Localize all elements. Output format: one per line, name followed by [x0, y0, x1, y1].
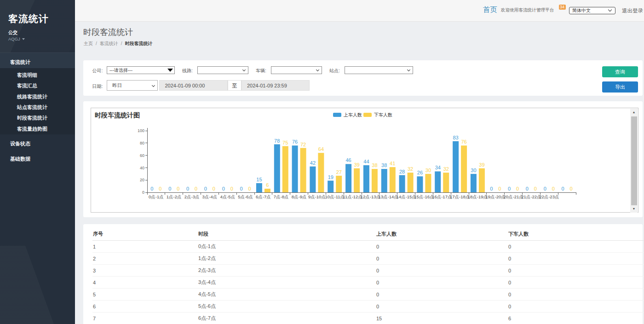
svg-text:34: 34	[435, 165, 441, 170]
svg-text:32: 32	[443, 166, 449, 172]
svg-text:10点-11点: 10点-11点	[325, 194, 345, 199]
svg-text:1点-2点: 1点-2点	[167, 194, 182, 199]
svg-text:0: 0	[508, 186, 511, 191]
svg-text:5点-6点: 5点-6点	[238, 194, 253, 199]
svg-text:83: 83	[453, 135, 458, 140]
svg-text:28: 28	[399, 169, 405, 174]
svg-text:30: 30	[426, 168, 431, 173]
svg-text:26: 26	[417, 170, 423, 175]
svg-text:41: 41	[390, 161, 395, 166]
svg-text:18点-19点: 18点-19点	[468, 194, 488, 199]
svg-text:78: 78	[274, 138, 280, 144]
svg-text:6点-7点: 6点-7点	[256, 194, 271, 199]
svg-text:0: 0	[222, 186, 225, 191]
svg-text:38: 38	[381, 162, 387, 168]
svg-text:0: 0	[562, 186, 564, 191]
svg-text:100: 100	[138, 128, 144, 133]
svg-text:15: 15	[256, 177, 262, 182]
svg-text:40: 40	[140, 166, 144, 170]
svg-text:76: 76	[292, 139, 298, 145]
svg-text:44: 44	[363, 159, 369, 164]
svg-text:0: 0	[186, 186, 189, 191]
svg-text:0: 0	[142, 190, 144, 195]
svg-text:64: 64	[318, 146, 324, 152]
svg-text:46: 46	[345, 157, 351, 163]
svg-text:6: 6	[266, 182, 269, 188]
svg-text:0: 0	[570, 186, 573, 191]
svg-text:0: 0	[240, 186, 243, 191]
svg-text:75: 75	[282, 140, 288, 145]
svg-text:3点-4点: 3点-4点	[202, 194, 218, 199]
svg-text:0: 0	[204, 186, 207, 191]
svg-text:39: 39	[354, 162, 359, 168]
svg-text:0点-1点: 0点-1点	[149, 194, 164, 199]
svg-text:0: 0	[168, 186, 171, 191]
svg-text:0: 0	[150, 186, 153, 191]
svg-text:0: 0	[516, 186, 519, 191]
svg-text:30: 30	[471, 168, 476, 173]
svg-text:0: 0	[544, 186, 546, 191]
svg-text:39: 39	[479, 162, 484, 168]
svg-text:19点-20点: 19点-20点	[486, 194, 506, 199]
svg-text:0: 0	[526, 186, 529, 191]
svg-text:0: 0	[248, 186, 251, 191]
svg-text:27: 27	[336, 169, 342, 175]
svg-text:0: 0	[177, 186, 179, 191]
svg-text:0: 0	[213, 186, 215, 191]
svg-text:0: 0	[159, 186, 161, 191]
svg-text:20: 20	[140, 178, 144, 182]
svg-text:17点-18点: 17点-18点	[450, 194, 470, 199]
svg-text:0: 0	[195, 186, 197, 191]
svg-text:12点-13点: 12点-13点	[361, 194, 380, 199]
svg-text:13点-14点: 13点-14点	[379, 194, 398, 199]
svg-text:0: 0	[230, 186, 233, 191]
svg-text:7点-8点: 7点-8点	[274, 194, 289, 199]
svg-text:19: 19	[328, 174, 334, 180]
svg-text:2点-3点: 2点-3点	[184, 194, 200, 199]
svg-text:32: 32	[408, 166, 413, 172]
svg-text:76: 76	[461, 139, 466, 145]
svg-text:22点-23点: 22点-23点	[539, 194, 559, 199]
svg-text:38: 38	[372, 162, 377, 168]
svg-text:42: 42	[310, 160, 316, 166]
svg-text:0: 0	[498, 186, 501, 191]
svg-text:16点-17点: 16点-17点	[432, 194, 452, 199]
svg-text:15点-16点: 15点-16点	[414, 194, 434, 199]
svg-text:4点-5点: 4点-5点	[220, 194, 235, 199]
svg-text:60: 60	[140, 153, 144, 158]
svg-text:14点-15点: 14点-15点	[396, 194, 416, 199]
svg-text:0: 0	[534, 186, 537, 191]
svg-text:80: 80	[140, 141, 144, 145]
svg-text:9点-10点: 9点-10点	[308, 194, 326, 199]
svg-text:11点-12点: 11点-12点	[343, 194, 362, 199]
svg-text:0: 0	[552, 186, 555, 191]
svg-text:8点-9点: 8点-9点	[292, 194, 307, 199]
svg-text:72: 72	[300, 142, 306, 147]
svg-text:20点-21点: 20点-21点	[503, 194, 523, 199]
svg-text:21点-22点: 21点-22点	[521, 194, 541, 199]
svg-text:0: 0	[490, 186, 493, 191]
